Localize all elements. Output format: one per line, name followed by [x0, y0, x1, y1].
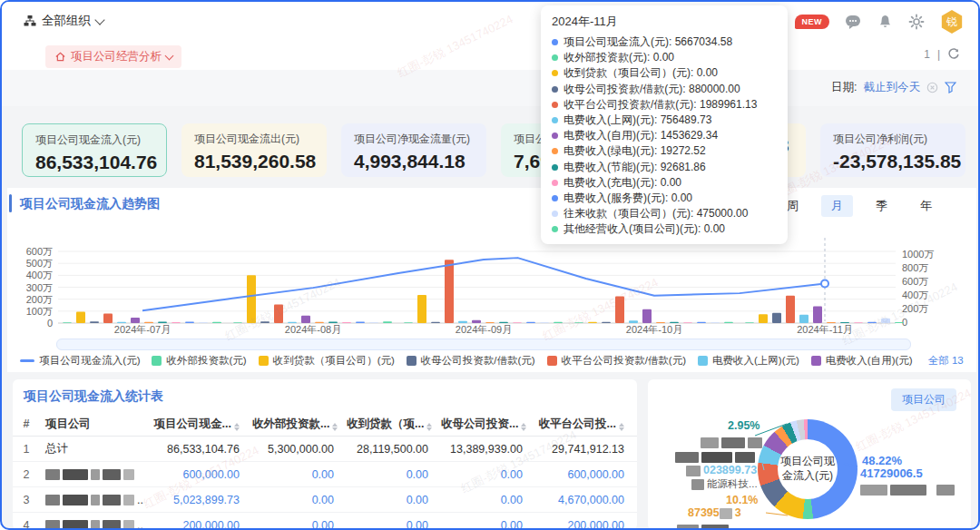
value-cell[interactable]: 0.00 — [249, 468, 343, 481]
legend-marker — [152, 356, 162, 366]
message-icon[interactable] — [845, 15, 862, 30]
donut-badge[interactable]: 项目公司 — [891, 388, 956, 411]
filter-funnel-icon[interactable] — [945, 82, 956, 93]
donut-panel: 项目公司 项目公司现金流入(元) 2.95% 023899.73 能源科技...… — [648, 379, 971, 530]
kpi-card-2[interactable]: 项目公司现金流出(元)81,539,260.58 — [181, 123, 327, 177]
legend-item-5[interactable]: 收平台公司投资款/借款(元) — [547, 354, 686, 368]
legend-label: 收母公司投资款/借款(元) — [421, 354, 535, 368]
value-cell[interactable]: 0.00 — [343, 519, 437, 530]
avatar[interactable]: 锐 — [940, 10, 964, 34]
value-cell[interactable]: 5,023,899.73 — [147, 494, 249, 506]
tooltip-item: 电费收入(服务费)(元): 0.00 — [552, 191, 777, 206]
period-option-年[interactable]: 年 — [910, 195, 942, 217]
period-option-季[interactable]: 季 — [866, 195, 897, 217]
kpi-card-3[interactable]: 项目公司净现金流量(元)4,993,844.18 — [341, 123, 486, 177]
value-cell: 5,300,000.00 — [249, 443, 343, 456]
tooltip-item-dot — [552, 164, 558, 171]
row-index: 1 — [13, 443, 40, 456]
tooltip-title: 2024年-11月 — [552, 14, 777, 30]
tooltip-item: 其他经营收入(项目公司)(元): 0.00 — [552, 221, 777, 237]
kpi-card-1[interactable]: 项目公司现金流入(元)86,533,104.76 — [22, 123, 167, 177]
gear-icon[interactable] — [908, 14, 925, 30]
legend-item-3[interactable]: 收到贷款（项目公司）(元) — [259, 354, 395, 368]
value-cell[interactable]: 0.00 — [249, 519, 343, 530]
donut-label-blue-value: 41729006.5 — [860, 466, 923, 480]
date-filter[interactable]: 日期: 截止到今天 — [831, 80, 956, 95]
table-header-cell[interactable]: 收母公司投资... — [437, 417, 532, 432]
table-header-cell: # — [13, 417, 40, 430]
sort-icon[interactable] — [619, 423, 624, 432]
value-cell[interactable]: 200,000.00 — [147, 519, 249, 530]
legend-more-link[interactable]: 全部 13 — [928, 354, 964, 368]
tooltip-item: 往来收款（项目公司）(元): 475000.00 — [552, 206, 777, 221]
legend-item-7[interactable]: 电费收入(自用)(元) — [811, 354, 913, 368]
chart-legend: 项目公司现金流入(元)收外部投资款(元)收到贷款（项目公司）(元)收母公司投资款… — [2, 354, 980, 368]
tooltip-item: 电费收入(上网)(元): 756489.73 — [552, 113, 777, 128]
sort-icon[interactable] — [426, 423, 432, 432]
kpi-card-label: 项目公司现金流入(元) — [35, 132, 153, 148]
table-header-label: # — [24, 417, 30, 430]
date-filter-value[interactable]: 截止到今天 — [864, 80, 921, 95]
sort-icon[interactable] — [332, 423, 338, 432]
org-selector[interactable]: 全部组织 — [24, 13, 103, 29]
value-cell[interactable]: 0.00 — [437, 468, 532, 481]
value-cell[interactable]: 600,000.00 — [147, 468, 249, 481]
value-cell[interactable]: 0.00 — [249, 494, 343, 506]
kpi-card-value: 4,993,844.18 — [354, 151, 474, 172]
table-row: 3..5,023,899.730.000.000.004,670,000.00 — [13, 487, 637, 513]
table-header-label: 收到贷款（项... — [347, 417, 424, 430]
value-cell[interactable]: 0.00 — [437, 519, 532, 530]
table-header-label: 收平台公司投... — [539, 417, 616, 430]
legend-item-4[interactable]: 收母公司投资款/借款(元) — [407, 354, 535, 368]
tooltip-item-dot — [552, 148, 558, 154]
company-cell — [40, 468, 147, 481]
legend-marker — [407, 356, 416, 366]
table-header-cell[interactable]: 收到贷款（项... — [343, 417, 437, 432]
tooltip-item-text: 电费收入(节能)(元): 92681.86 — [564, 160, 706, 175]
value-cell[interactable]: 0.00 — [437, 494, 532, 506]
chart-zoom-slider[interactable] — [56, 339, 911, 350]
company-cell: 总计 — [40, 441, 147, 456]
chevron-down-icon — [165, 51, 174, 60]
legend-item-2[interactable]: 收外部投资款(元) — [152, 354, 246, 368]
table-header-cell[interactable]: 收平台公司投... — [532, 417, 633, 432]
legend-label: 收平台公司投资款/借款(元) — [562, 354, 686, 368]
donut-label-lightblue-name: 能源科技... — [691, 477, 758, 491]
kpi-card-label: 项目公司现金流出(元) — [194, 132, 314, 147]
page-number: 1 — [924, 48, 930, 61]
value-cell[interactable]: 4,670,000.00 — [532, 494, 633, 506]
value-cell: 28,119,500.00 — [343, 443, 437, 456]
value-cell[interactable]: 200,000.00 — [532, 519, 633, 530]
tooltip-item: 电费收入(节能)(元): 92681.86 — [552, 160, 777, 175]
value-cell[interactable]: 600,000.00 — [532, 468, 633, 481]
value-cell[interactable]: 0.00 — [343, 494, 437, 506]
donut-label-lightblue-value: 023899.73 — [686, 464, 757, 476]
tooltip-item: 电费收入(自用)(元): 1453629.34 — [552, 128, 777, 143]
kpi-card-value: 86,533,104.76 — [35, 152, 153, 173]
table-header-cell[interactable]: 项目公司现金... — [147, 417, 249, 432]
value-cell[interactable]: 0.00 — [343, 468, 437, 481]
tab-active[interactable]: 项目公司经营分析 — [45, 45, 181, 68]
redacted-name — [675, 448, 758, 465]
table-row: 4..200,000.000.000.000.00200,000.00 — [13, 513, 637, 530]
kpi-card-6[interactable]: 项目公司净利润(元)-23,578,135.85 — [820, 123, 965, 177]
trend-chart-title: 项目公司现金流入趋势图 — [20, 196, 160, 212]
table-header-label: 项目公司 — [45, 417, 91, 430]
refresh-icon[interactable] — [947, 48, 960, 61]
sort-icon[interactable] — [521, 423, 526, 432]
legend-item-6[interactable]: 电费收入(上网)(元) — [698, 354, 799, 368]
bell-icon[interactable] — [877, 14, 893, 30]
table-header-cell[interactable]: 收外部投资款... — [249, 417, 343, 432]
table-header-label: 收母公司投资... — [441, 417, 518, 430]
tooltip-item-dot — [552, 211, 558, 217]
clear-filter-icon[interactable] — [926, 82, 938, 93]
legend-marker — [698, 356, 708, 366]
sort-icon[interactable] — [234, 423, 240, 432]
legend-item-1[interactable]: 项目公司现金流入(元) — [20, 354, 140, 368]
tooltip-item-dot — [552, 226, 558, 232]
period-option-月[interactable]: 月 — [821, 195, 853, 217]
redacted-name — [677, 521, 731, 530]
tooltip-item-text: 电费收入(充电)(元): 0.00 — [564, 175, 681, 191]
table-row: 2600,000.000.000.000.00600,000.00 — [13, 462, 637, 487]
redacted-block — [123, 495, 134, 505]
